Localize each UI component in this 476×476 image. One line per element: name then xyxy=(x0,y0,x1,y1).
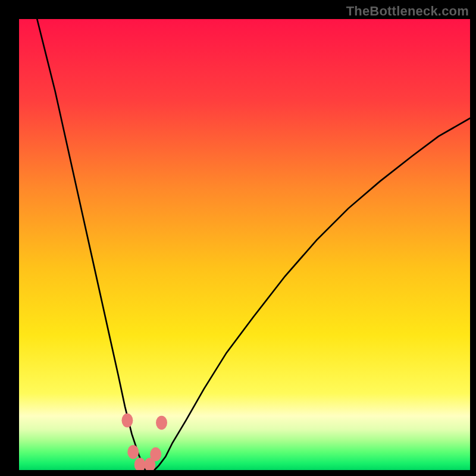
chart-stage: TheBottleneck.com xyxy=(0,0,476,476)
curve-left xyxy=(37,19,145,470)
marker-dot xyxy=(150,447,161,461)
marker-dot xyxy=(156,416,167,430)
plot-area xyxy=(19,19,470,470)
marker-dot xyxy=(121,414,133,427)
marker-group xyxy=(121,414,167,470)
curves-layer xyxy=(19,19,470,470)
marker-dot xyxy=(127,445,139,459)
watermark-text: TheBottleneck.com xyxy=(346,4,469,19)
curve-right xyxy=(154,118,470,470)
marker-dot xyxy=(134,458,146,470)
